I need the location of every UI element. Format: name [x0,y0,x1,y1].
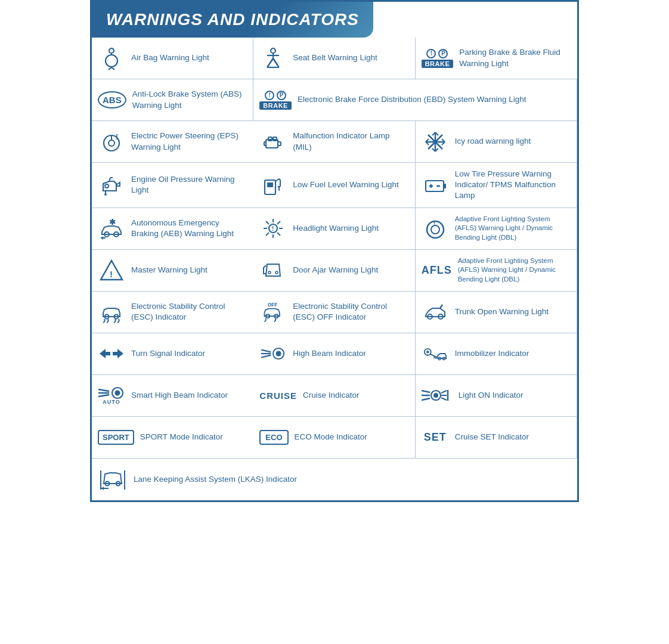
svg-text:!: ! [116,133,118,141]
escoff-icon: OFF [259,300,287,324]
svg-marker-80 [113,349,123,358]
charging-icon [422,173,449,197]
list-item: SET Cruise SET Indicator [416,417,577,459]
oilpressure-icon [98,173,125,197]
smarthighbeam-label: Smart High Beam Indicator [131,390,228,401]
ebd-icon: ! P BRAKE [259,91,292,110]
highbeam-icon [259,342,287,366]
airbag-label: Air Bag Warning Light [131,52,209,63]
list-item: ! P BRAKE Parking Brake & Brake Fluid Wa… [416,38,577,79]
svg-point-87 [426,351,429,354]
list-item: Turn Signal Indicator [92,333,253,375]
esc-label: Electronic Stability Control (ESC) Indic… [131,301,247,323]
cruiseset-icon: SET [422,431,449,444]
list-item: Malfunction Indicator Lamp (MIL) [253,121,415,163]
svg-line-103 [441,391,447,393]
smarthighbeam-icon: AUTO [98,386,125,405]
svg-line-100 [422,398,430,400]
oilpressure-label: Engine Oil Pressure Warning Light [131,174,247,196]
svg-point-1 [106,55,117,67]
mil-label: Malfunction Indicator Lamp (MIL) [293,131,408,152]
ebd-label: Electronic Brake Force Distribution (EBD… [298,94,526,105]
list-item: OFF Electronic Stability Control (ESC) O… [253,292,415,333]
svg-line-98 [422,391,430,392]
list-item: Air Bag Warning Light [92,38,253,79]
sport-icon: SPORT [98,430,134,445]
main-container: WARNINGS AND INDICATORS Air Bag Warning … [90,0,579,502]
eco-icon: ECO [259,430,288,445]
list-item: Icy road warning light [416,121,577,163]
aeb-icon: ✱ [98,216,125,240]
list-item: ECO ECO Mode Indicator [253,417,415,459]
svg-point-71 [275,271,278,274]
lkas-label: Lane Keeping Assist System (LKAS) Indica… [134,474,297,485]
list-item: ! Headlight Warning Light [253,208,415,250]
svg-line-8 [267,58,273,67]
highbeam-label: High Beam Indicator [293,348,366,359]
afls-icon: AFLS [422,264,452,277]
cruise-icon: CRUISE [259,391,297,401]
charging-label: Low Tire Pressure Warning Indicator/ TPM… [455,169,571,202]
svg-line-85 [261,355,271,358]
immobilizer-icon [422,342,449,366]
turnsignal-label: Turn Signal Indicator [131,348,205,359]
list-item: AUTO Smart High Beam Indicator [92,375,253,417]
afls-label: Adaptive Front Lighting System (AFLS) Wa… [458,256,571,284]
svg-point-66 [431,225,439,234]
svg-rect-46 [444,184,446,188]
eps-icon: ! [98,130,125,154]
svg-line-4 [112,67,114,70]
parkingbrake-label: Parking Brake & Brake Fluid Warning Ligh… [459,47,571,69]
svg-point-13 [109,140,114,146]
abs-label: Anti-Lock Brake System (ABS) Warning Lig… [132,89,247,110]
page-title: WARNINGS AND INDICATORS [106,10,359,29]
svg-text:!: ! [110,269,113,279]
tpms-label: Adaptive Front Lighting System (AFLS) Wa… [455,215,571,243]
lkas-icon [98,468,128,491]
list-item: Engine Oil Pressure Warning Light [92,163,253,208]
list-item: Lane Keeping Assist System (LKAS) Indica… [92,459,577,500]
seatbelt-label: Seat Belt Warning Light [293,52,377,63]
list-item: ! Adaptive Front Lighting System (AFLS) … [416,208,577,250]
master-label: Master Warning Light [131,265,207,275]
svg-text:OFF: OFF [268,302,277,308]
seatbelt-icon [259,47,287,70]
list-item: Trunk Open Warning Light [416,292,577,333]
escoff-label: Electronic Stability Control (ESC) OFF I… [293,301,408,323]
doorajar-label: Door Ajar Warning Light [293,265,378,275]
list-item: Door Ajar Warning Light [253,250,415,292]
headlight-icon: ! [259,216,287,240]
svg-line-63 [266,233,269,236]
lowfuel-label: Low Fuel Level Warning Light [293,179,398,190]
list-item: Low Fuel Level Warning Light [253,163,415,208]
list-item: ! P BRAKE Electronic Brake Force Distrib… [253,79,577,121]
airbag-icon [98,47,125,70]
eps-label: Electric Power Steering (EPS) Warning Li… [131,131,247,152]
list-item: ! Master Warning Light [92,250,253,292]
immobilizer-label: Immobilizer Indicator [455,348,529,359]
svg-point-82 [276,351,281,357]
svg-marker-79 [100,349,110,358]
svg-point-94 [115,391,120,396]
list-item: Low Tire Pressure Warning Indicator/ TPM… [416,163,577,208]
svg-text:!: ! [433,219,436,227]
list-item: CRUISE Cruise Indicator [253,375,415,417]
mil-icon [259,130,287,154]
eco-label: ECO Mode Indicator [295,432,367,442]
svg-marker-54 [101,236,103,240]
svg-line-105 [441,398,447,400]
list-item: Electronic Stability Control (ESC) Indic… [92,292,253,333]
list-item: Immobilizer Indicator [416,333,577,375]
svg-line-60 [266,221,269,224]
doorajar-icon [259,258,287,282]
list-item: ✱ Autonomous Emergency Braking (AEB) War… [92,208,253,250]
svg-rect-45 [426,181,444,191]
list-item: Light ON Indicator [416,375,577,417]
svg-line-95 [98,389,109,391]
svg-point-70 [268,271,271,274]
svg-line-97 [98,395,109,397]
list-item: SPORT SPORT Mode Indicator [92,417,253,459]
svg-point-37 [105,184,109,188]
svg-line-61 [277,233,280,236]
svg-point-41 [104,193,107,196]
